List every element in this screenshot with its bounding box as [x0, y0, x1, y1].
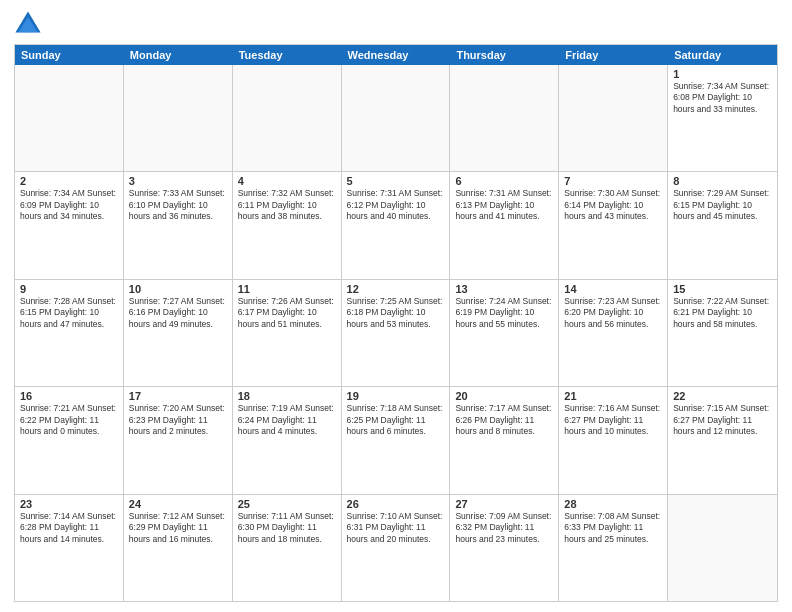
day-cell-12: 12Sunrise: 7:25 AM Sunset: 6:18 PM Dayli…: [342, 280, 451, 386]
day-info: Sunrise: 7:24 AM Sunset: 6:19 PM Dayligh…: [455, 296, 553, 330]
day-number: 5: [347, 175, 445, 187]
empty-cell: [233, 65, 342, 171]
day-cell-3: 3Sunrise: 7:33 AM Sunset: 6:10 PM Daylig…: [124, 172, 233, 278]
day-cell-21: 21Sunrise: 7:16 AM Sunset: 6:27 PM Dayli…: [559, 387, 668, 493]
day-cell-25: 25Sunrise: 7:11 AM Sunset: 6:30 PM Dayli…: [233, 495, 342, 601]
day-number: 18: [238, 390, 336, 402]
day-cell-1: 1Sunrise: 7:34 AM Sunset: 6:08 PM Daylig…: [668, 65, 777, 171]
weekday-header-sunday: Sunday: [15, 45, 124, 65]
day-info: Sunrise: 7:34 AM Sunset: 6:09 PM Dayligh…: [20, 188, 118, 222]
day-info: Sunrise: 7:15 AM Sunset: 6:27 PM Dayligh…: [673, 403, 772, 437]
day-number: 2: [20, 175, 118, 187]
calendar: SundayMondayTuesdayWednesdayThursdayFrid…: [14, 44, 778, 602]
day-cell-17: 17Sunrise: 7:20 AM Sunset: 6:23 PM Dayli…: [124, 387, 233, 493]
day-info: Sunrise: 7:27 AM Sunset: 6:16 PM Dayligh…: [129, 296, 227, 330]
day-number: 12: [347, 283, 445, 295]
day-number: 6: [455, 175, 553, 187]
weekday-header-thursday: Thursday: [450, 45, 559, 65]
day-info: Sunrise: 7:16 AM Sunset: 6:27 PM Dayligh…: [564, 403, 662, 437]
day-cell-27: 27Sunrise: 7:09 AM Sunset: 6:32 PM Dayli…: [450, 495, 559, 601]
day-cell-4: 4Sunrise: 7:32 AM Sunset: 6:11 PM Daylig…: [233, 172, 342, 278]
day-info: Sunrise: 7:26 AM Sunset: 6:17 PM Dayligh…: [238, 296, 336, 330]
day-number: 10: [129, 283, 227, 295]
day-cell-26: 26Sunrise: 7:10 AM Sunset: 6:31 PM Dayli…: [342, 495, 451, 601]
day-info: Sunrise: 7:33 AM Sunset: 6:10 PM Dayligh…: [129, 188, 227, 222]
day-cell-6: 6Sunrise: 7:31 AM Sunset: 6:13 PM Daylig…: [450, 172, 559, 278]
day-info: Sunrise: 7:28 AM Sunset: 6:15 PM Dayligh…: [20, 296, 118, 330]
day-info: Sunrise: 7:11 AM Sunset: 6:30 PM Dayligh…: [238, 511, 336, 545]
day-number: 23: [20, 498, 118, 510]
day-info: Sunrise: 7:21 AM Sunset: 6:22 PM Dayligh…: [20, 403, 118, 437]
day-number: 3: [129, 175, 227, 187]
day-number: 4: [238, 175, 336, 187]
day-number: 20: [455, 390, 553, 402]
day-cell-16: 16Sunrise: 7:21 AM Sunset: 6:22 PM Dayli…: [15, 387, 124, 493]
day-info: Sunrise: 7:19 AM Sunset: 6:24 PM Dayligh…: [238, 403, 336, 437]
header: [14, 10, 778, 38]
day-number: 14: [564, 283, 662, 295]
day-info: Sunrise: 7:25 AM Sunset: 6:18 PM Dayligh…: [347, 296, 445, 330]
day-cell-9: 9Sunrise: 7:28 AM Sunset: 6:15 PM Daylig…: [15, 280, 124, 386]
day-info: Sunrise: 7:31 AM Sunset: 6:12 PM Dayligh…: [347, 188, 445, 222]
day-number: 16: [20, 390, 118, 402]
empty-cell: [15, 65, 124, 171]
empty-cell: [668, 495, 777, 601]
logo-icon: [14, 10, 42, 38]
day-cell-19: 19Sunrise: 7:18 AM Sunset: 6:25 PM Dayli…: [342, 387, 451, 493]
day-cell-2: 2Sunrise: 7:34 AM Sunset: 6:09 PM Daylig…: [15, 172, 124, 278]
day-number: 21: [564, 390, 662, 402]
empty-cell: [450, 65, 559, 171]
day-cell-22: 22Sunrise: 7:15 AM Sunset: 6:27 PM Dayli…: [668, 387, 777, 493]
day-info: Sunrise: 7:23 AM Sunset: 6:20 PM Dayligh…: [564, 296, 662, 330]
day-cell-18: 18Sunrise: 7:19 AM Sunset: 6:24 PM Dayli…: [233, 387, 342, 493]
calendar-outer: SundayMondayTuesdayWednesdayThursdayFrid…: [14, 44, 778, 602]
weekday-header-friday: Friday: [559, 45, 668, 65]
day-cell-14: 14Sunrise: 7:23 AM Sunset: 6:20 PM Dayli…: [559, 280, 668, 386]
calendar-row-4: 16Sunrise: 7:21 AM Sunset: 6:22 PM Dayli…: [15, 387, 777, 494]
day-cell-20: 20Sunrise: 7:17 AM Sunset: 6:26 PM Dayli…: [450, 387, 559, 493]
calendar-body: 1Sunrise: 7:34 AM Sunset: 6:08 PM Daylig…: [15, 65, 777, 601]
day-number: 17: [129, 390, 227, 402]
day-number: 22: [673, 390, 772, 402]
day-number: 7: [564, 175, 662, 187]
day-cell-28: 28Sunrise: 7:08 AM Sunset: 6:33 PM Dayli…: [559, 495, 668, 601]
day-cell-24: 24Sunrise: 7:12 AM Sunset: 6:29 PM Dayli…: [124, 495, 233, 601]
empty-cell: [124, 65, 233, 171]
day-cell-8: 8Sunrise: 7:29 AM Sunset: 6:15 PM Daylig…: [668, 172, 777, 278]
calendar-row-5: 23Sunrise: 7:14 AM Sunset: 6:28 PM Dayli…: [15, 495, 777, 601]
day-info: Sunrise: 7:34 AM Sunset: 6:08 PM Dayligh…: [673, 81, 772, 115]
day-number: 27: [455, 498, 553, 510]
day-cell-5: 5Sunrise: 7:31 AM Sunset: 6:12 PM Daylig…: [342, 172, 451, 278]
day-cell-23: 23Sunrise: 7:14 AM Sunset: 6:28 PM Dayli…: [15, 495, 124, 601]
day-info: Sunrise: 7:32 AM Sunset: 6:11 PM Dayligh…: [238, 188, 336, 222]
day-info: Sunrise: 7:09 AM Sunset: 6:32 PM Dayligh…: [455, 511, 553, 545]
weekday-header-tuesday: Tuesday: [233, 45, 342, 65]
day-number: 26: [347, 498, 445, 510]
empty-cell: [559, 65, 668, 171]
day-info: Sunrise: 7:17 AM Sunset: 6:26 PM Dayligh…: [455, 403, 553, 437]
day-info: Sunrise: 7:20 AM Sunset: 6:23 PM Dayligh…: [129, 403, 227, 437]
calendar-row-3: 9Sunrise: 7:28 AM Sunset: 6:15 PM Daylig…: [15, 280, 777, 387]
day-info: Sunrise: 7:12 AM Sunset: 6:29 PM Dayligh…: [129, 511, 227, 545]
day-cell-10: 10Sunrise: 7:27 AM Sunset: 6:16 PM Dayli…: [124, 280, 233, 386]
day-cell-7: 7Sunrise: 7:30 AM Sunset: 6:14 PM Daylig…: [559, 172, 668, 278]
day-info: Sunrise: 7:08 AM Sunset: 6:33 PM Dayligh…: [564, 511, 662, 545]
day-number: 13: [455, 283, 553, 295]
day-number: 11: [238, 283, 336, 295]
weekday-header-monday: Monday: [124, 45, 233, 65]
empty-cell: [342, 65, 451, 171]
day-number: 28: [564, 498, 662, 510]
day-info: Sunrise: 7:22 AM Sunset: 6:21 PM Dayligh…: [673, 296, 772, 330]
day-info: Sunrise: 7:29 AM Sunset: 6:15 PM Dayligh…: [673, 188, 772, 222]
logo: [14, 10, 46, 38]
calendar-header: SundayMondayTuesdayWednesdayThursdayFrid…: [15, 45, 777, 65]
day-number: 24: [129, 498, 227, 510]
day-number: 25: [238, 498, 336, 510]
day-info: Sunrise: 7:18 AM Sunset: 6:25 PM Dayligh…: [347, 403, 445, 437]
day-number: 9: [20, 283, 118, 295]
calendar-row-2: 2Sunrise: 7:34 AM Sunset: 6:09 PM Daylig…: [15, 172, 777, 279]
day-cell-11: 11Sunrise: 7:26 AM Sunset: 6:17 PM Dayli…: [233, 280, 342, 386]
day-info: Sunrise: 7:14 AM Sunset: 6:28 PM Dayligh…: [20, 511, 118, 545]
day-info: Sunrise: 7:10 AM Sunset: 6:31 PM Dayligh…: [347, 511, 445, 545]
weekday-header-saturday: Saturday: [668, 45, 777, 65]
